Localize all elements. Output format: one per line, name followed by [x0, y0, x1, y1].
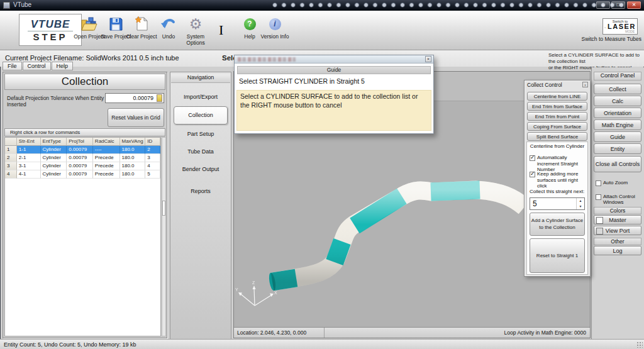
tolerance-input[interactable]: 0.00079	[105, 93, 164, 103]
cell-rad-calc[interactable]: Precede	[93, 162, 120, 170]
system-options-button[interactable]: ⚙ System Options	[179, 15, 213, 48]
spin-down-icon[interactable]: ▼	[577, 204, 584, 209]
grid-scrollbar-thumb[interactable]	[162, 201, 165, 216]
close-button[interactable]: ✕	[627, 1, 641, 9]
table-row[interactable]: 1 1-1 Cylinder 0.00079 ---- 180.0 2	[5, 146, 160, 154]
math-engine-button[interactable]: Math Engine	[594, 119, 641, 130]
add-cylinder-surface-button[interactable]: Add a Cylinder Surface to the Collection	[530, 213, 585, 236]
straight-number-spinner[interactable]: 5 ▲ ▼	[530, 197, 585, 210]
cell-ent-type[interactable]: Cylinder	[41, 162, 67, 170]
cell-ent-type[interactable]: Cylinder	[41, 170, 67, 179]
orientation-button[interactable]: Orientation	[594, 108, 641, 118]
cell-str-ent[interactable]: 3-1	[17, 162, 41, 170]
grid-hint-bar: Right click a row for commands	[4, 128, 165, 136]
table-row[interactable]: 4 4-1 Cylinder 0.00079 Precede 180.0 5	[5, 170, 160, 179]
col-id[interactable]: ID	[145, 138, 160, 146]
end-trim-from-surface-button[interactable]: End Trim from Surface	[527, 102, 587, 111]
col-rownum[interactable]	[5, 138, 17, 146]
table-row[interactable]: 2 2-1 Cylinder 0.00079 Precede 180.0 3	[5, 154, 160, 162]
auto-increment-checkbox-row[interactable]: Automatically increment Straight Number	[530, 155, 586, 173]
cell-ent-type[interactable]: Cylinder	[41, 154, 67, 162]
sidebar-item-part-setup[interactable]: Part Setup	[170, 131, 231, 137]
cell-str-ent[interactable]: 2-1	[17, 154, 41, 162]
calc-button[interactable]: Calc	[594, 96, 641, 106]
version-info-button[interactable]: i Version Info	[258, 15, 292, 48]
cell-max-v-ang[interactable]: 180.0	[120, 162, 146, 170]
row-number[interactable]: 1	[5, 146, 17, 154]
window-titlebar[interactable]: VTube – □ ✕	[0, 0, 644, 11]
maximize-button[interactable]: □	[611, 1, 625, 9]
reset-values-button[interactable]: Reset Values in Grid	[108, 108, 164, 127]
menu-file[interactable]: File	[3, 62, 22, 70]
cell-rad-calc[interactable]: Precede	[93, 154, 120, 162]
cell-proj-tol[interactable]: 0.00079	[67, 162, 93, 170]
guide-dialog[interactable]: ✕ Guide Select STRAIGHT CYLINDER in Stra…	[234, 55, 434, 134]
menu-help[interactable]: Help	[52, 62, 74, 70]
resize-grip[interactable]	[636, 341, 643, 348]
switch-to-laser-button[interactable]: Switch to LASER MODE	[602, 18, 638, 35]
loop-activity-readout: Loop Activity in Math Engine: 0000	[504, 330, 586, 336]
auto-zoom-checkbox-row[interactable]: Auto Zoom	[596, 180, 643, 186]
minimize-button[interactable]: –	[596, 1, 610, 9]
sidebar-item-tube-data[interactable]: Tube Data	[170, 148, 231, 155]
col-rad-calc[interactable]: RadCalc	[93, 138, 120, 146]
attach-windows-checkbox-row[interactable]: Attach Control Windows	[596, 194, 643, 205]
cell-id[interactable]: 4	[145, 162, 160, 170]
cell-max-v-ang[interactable]: 180.0	[120, 146, 146, 154]
master-color-button[interactable]: Master	[594, 215, 641, 224]
auto-zoom-checkbox[interactable]	[596, 180, 601, 186]
collect-control-panel[interactable]: Collect Control x Centerline from LINE E…	[524, 80, 591, 277]
entity-button[interactable]: Entity	[594, 143, 641, 154]
sidebar-item-reports[interactable]: Reports	[170, 188, 231, 194]
cell-id[interactable]: 2	[145, 146, 160, 154]
selection-hint-line1: Select a CYLINDER SURFACE to add to the …	[548, 52, 643, 65]
spin-up-icon[interactable]: ▲	[577, 198, 584, 204]
cell-max-v-ang[interactable]: 180.0	[120, 170, 146, 179]
guide-button[interactable]: Guide	[594, 131, 641, 142]
cell-proj-tol[interactable]: 0.00079	[67, 146, 93, 154]
collect-control-close-icon[interactable]: x	[582, 82, 588, 87]
centerline-from-line-button[interactable]: Centerline from LINE	[527, 92, 587, 101]
close-all-controls-button[interactable]: Close all Controls	[594, 156, 641, 172]
end-trim-from-point-button[interactable]: End Trim from Point	[527, 112, 587, 121]
attach-windows-checkbox[interactable]	[596, 194, 601, 200]
guide-dialog-titlebar[interactable]: ✕	[235, 55, 433, 64]
row-number[interactable]: 2	[5, 154, 17, 162]
col-ent-type[interactable]: EntType	[41, 138, 67, 146]
collect-button[interactable]: Collect	[594, 84, 641, 94]
row-number[interactable]: 3	[5, 162, 17, 170]
sidebar-item-import-export[interactable]: Import/Export	[170, 94, 231, 100]
col-str-ent[interactable]: Str-Ent	[17, 138, 41, 146]
cell-rad-calc[interactable]: ----	[93, 146, 120, 154]
cell-id[interactable]: 5	[145, 170, 160, 179]
cell-max-v-ang[interactable]: 180.0	[120, 154, 146, 162]
log-button[interactable]: Log	[594, 246, 641, 255]
col-proj-tol[interactable]: ProjTol	[67, 138, 93, 146]
cell-rad-calc[interactable]: Precede	[93, 170, 120, 179]
auto-increment-checkbox[interactable]	[530, 155, 535, 161]
cell-str-ent[interactable]: 4-1	[17, 170, 41, 179]
reset-to-straight-1-button[interactable]: Reset to Straight 1	[530, 238, 585, 273]
spinner-arrows[interactable]: ▲ ▼	[576, 198, 584, 209]
guide-dialog-close-icon[interactable]: ✕	[425, 56, 431, 62]
cell-proj-tol[interactable]: 0.00079	[67, 154, 93, 162]
grid-scrollbar[interactable]	[162, 137, 166, 336]
menu-control[interactable]: Control	[23, 62, 51, 70]
keep-adding-checkbox-row[interactable]: Keep adding more surfaces until right cl…	[530, 171, 586, 189]
coping-from-surface-button[interactable]: Coping From Surface	[527, 122, 587, 131]
cell-str-ent[interactable]: 1-1	[17, 146, 41, 154]
keep-adding-checkbox[interactable]	[530, 172, 535, 177]
row-number[interactable]: 4	[5, 170, 17, 179]
tolerance-grid-icon[interactable]	[157, 94, 162, 102]
sidebar-item-bender-output[interactable]: Bender Output	[170, 166, 231, 172]
straight-number-value[interactable]: 5	[533, 199, 537, 208]
split-bend-surface-button[interactable]: Split Bend Surface	[527, 132, 587, 141]
col-max-v-ang[interactable]: MaxVAng	[120, 138, 146, 146]
table-row[interactable]: 3 3-1 Cylinder 0.00079 Precede 180.0 4	[5, 162, 160, 170]
cell-proj-tol[interactable]: 0.00079	[67, 170, 93, 179]
cell-ent-type[interactable]: Cylinder	[41, 146, 67, 154]
cell-id[interactable]: 3	[145, 154, 160, 162]
sidebar-item-collection[interactable]: Collection	[174, 106, 228, 125]
centerline-from-cylinder-tab[interactable]: Centerline from Cylinder	[527, 143, 587, 149]
viewport-color-button[interactable]: View Port	[594, 226, 641, 235]
